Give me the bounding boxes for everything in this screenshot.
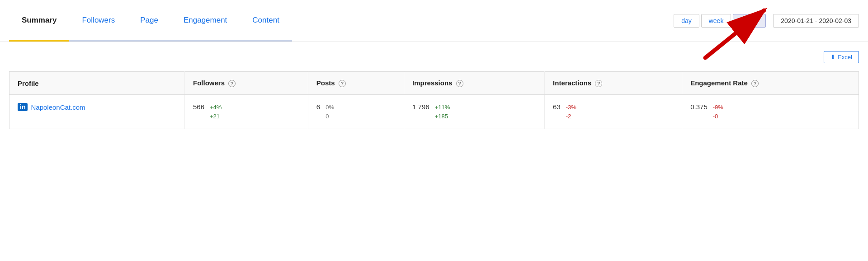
tab-page-label: Page — [140, 16, 158, 25]
posts-metric: 6 0% 0 — [316, 103, 396, 121]
followers-metric: 566 +4% +21 — [193, 103, 300, 121]
followers-help-icon[interactable]: ? — [228, 80, 236, 87]
nav-controls: day week month 2020-01-21 - 2020-02-03 — [674, 14, 859, 28]
week-button[interactable]: week — [701, 14, 731, 28]
interactions-value: 63 — [553, 103, 561, 111]
followers-change1: +4% — [210, 103, 222, 112]
engagement-rate-metric: 0.375 -9% -0 — [690, 103, 850, 121]
excel-button-row: ⬇ Excel — [9, 51, 859, 63]
cell-impressions: 1 796 +11% +185 — [404, 95, 545, 129]
engagement-rate-help-icon[interactable]: ? — [751, 80, 759, 87]
followers-change2: +21 — [210, 112, 222, 121]
cell-profile: in NapoleonCat.com — [9, 95, 185, 129]
cell-engagement-rate: 0.375 -9% -0 — [682, 95, 859, 129]
impressions-metric: 1 796 +11% +185 — [412, 103, 536, 121]
profile-cell: in NapoleonCat.com — [18, 103, 176, 111]
posts-value: 6 — [316, 103, 320, 111]
interactions-help-icon[interactable]: ? — [595, 80, 602, 87]
tab-summary[interactable]: Summary — [9, 0, 69, 42]
tab-content-label: Content — [252, 16, 279, 25]
excel-button[interactable]: ⬇ Excel — [824, 51, 859, 63]
impressions-value: 1 796 — [412, 103, 429, 111]
interactions-changes: -3% -2 — [566, 103, 576, 121]
impressions-change2: +185 — [435, 112, 450, 121]
profile-link[interactable]: NapoleonCat.com — [31, 103, 85, 111]
col-header-engagement-rate: Engagement Rate ? — [682, 72, 859, 95]
engagement-rate-value: 0.375 — [690, 103, 708, 111]
tab-engagement[interactable]: Engagement — [171, 0, 240, 42]
col-header-posts: Posts ? — [308, 72, 404, 95]
tab-followers-label: Followers — [82, 16, 115, 25]
interactions-metric: 63 -3% -2 — [553, 103, 674, 121]
linkedin-icon: in — [18, 103, 28, 111]
col-header-interactions: Interactions ? — [545, 72, 682, 95]
impressions-changes: +11% +185 — [435, 103, 450, 121]
engagement-rate-changes: -9% -0 — [713, 103, 723, 121]
posts-changes: 0% 0 — [326, 103, 334, 121]
excel-icon: ⬇ — [830, 54, 835, 61]
col-header-followers: Followers ? — [184, 72, 308, 95]
posts-change2: 0 — [326, 112, 334, 121]
date-range-button[interactable]: 2020-01-21 - 2020-02-03 — [773, 14, 859, 28]
summary-table: Profile Followers ? Posts ? Impressions … — [9, 71, 859, 129]
tab-summary-label: Summary — [22, 16, 57, 25]
interactions-change2: -2 — [566, 112, 576, 121]
table-header-row: Profile Followers ? Posts ? Impressions … — [9, 72, 859, 95]
cell-interactions: 63 -3% -2 — [545, 95, 682, 129]
posts-help-icon[interactable]: ? — [339, 80, 346, 87]
followers-value: 566 — [193, 103, 204, 111]
impressions-change1: +11% — [435, 103, 450, 112]
nav-tabs: Summary Followers Page Engagement Conten… — [9, 0, 292, 42]
tab-engagement-label: Engagement — [184, 16, 227, 25]
posts-change1: 0% — [326, 103, 334, 112]
top-navigation: Summary Followers Page Engagement Conten… — [0, 0, 868, 42]
main-content: ⬇ Excel Profile Followers ? Posts ? Impr… — [0, 42, 868, 261]
followers-changes: +4% +21 — [210, 103, 222, 121]
tab-page[interactable]: Page — [127, 0, 171, 42]
engagement-rate-change1: -9% — [713, 103, 723, 112]
cell-followers: 566 +4% +21 — [184, 95, 308, 129]
cell-posts: 6 0% 0 — [308, 95, 404, 129]
col-header-profile: Profile — [9, 72, 185, 95]
interactions-change1: -3% — [566, 103, 576, 112]
day-button[interactable]: day — [674, 14, 699, 28]
impressions-help-icon[interactable]: ? — [456, 80, 463, 87]
engagement-rate-change2: -0 — [713, 112, 723, 121]
col-header-impressions: Impressions ? — [404, 72, 545, 95]
month-button[interactable]: month — [733, 14, 766, 28]
tab-followers[interactable]: Followers — [69, 0, 127, 42]
table-row: in NapoleonCat.com 566 +4% +21 — [9, 95, 859, 129]
tab-content[interactable]: Content — [240, 0, 292, 42]
excel-label: Excel — [838, 54, 852, 61]
